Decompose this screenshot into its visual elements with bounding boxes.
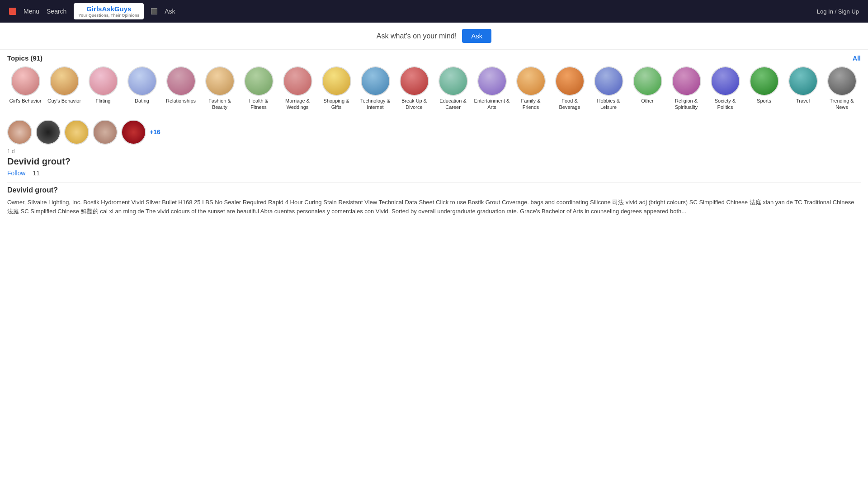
topic-item-society-politics[interactable]: Society & Politics	[707, 66, 743, 111]
search-button[interactable]: Search	[47, 8, 66, 15]
ask-button[interactable]: Ask	[462, 29, 491, 43]
topic-avatar-religion-spirituality	[672, 66, 701, 96]
feed-divider	[7, 182, 861, 183]
ask-checkbox[interactable]	[151, 8, 157, 14]
topic-avatar-fashion-beauty	[205, 66, 235, 96]
user-bubbles: +16	[7, 120, 861, 145]
topic-avatar-dating	[127, 66, 157, 96]
topic-label-education-career: Education & Career	[435, 98, 471, 111]
ask-prompt: Ask what's on your mind!	[377, 32, 457, 40]
topic-item-girls-behavior[interactable]: Girl's Behavior	[7, 66, 43, 111]
topic-label-food-beverage: Food & Beverage	[552, 98, 588, 111]
topics-title: Topics (91)	[7, 54, 42, 62]
header: Menu Search GirlsAskGuys Your Questions,…	[0, 0, 868, 23]
logo-icon	[9, 8, 16, 15]
topic-item-family-friends[interactable]: Family & Friends	[513, 66, 549, 111]
topic-item-shopping-gifts[interactable]: Shopping & Gifts	[318, 66, 354, 111]
topic-item-entertainment-arts[interactable]: Entertainment & Arts	[474, 66, 510, 111]
topic-label-girls-behavior: Girl's Behavior	[9, 98, 41, 104]
topic-avatar-education-career	[439, 66, 468, 96]
topic-item-other[interactable]: Other	[629, 66, 665, 111]
topic-label-trending-news: Trending & News	[824, 98, 860, 111]
brand-name: GirlsAskGuys	[78, 5, 139, 13]
topic-item-fashion-beauty[interactable]: Fashion & Beauty	[202, 66, 238, 111]
topic-avatar-travel	[788, 66, 818, 96]
topic-avatar-hobbies-leisure	[594, 66, 623, 96]
topic-label-hobbies-leisure: Hobbies & Leisure	[590, 98, 627, 111]
topic-item-dating[interactable]: Dating	[124, 66, 160, 111]
topic-item-trending-news[interactable]: Trending & News	[824, 66, 860, 111]
topics-grid: Girl's BehaviorGuy's BehaviorFlirtingDat…	[7, 66, 861, 111]
topics-section: Topics (91) All Girl's BehaviorGuy's Beh…	[0, 50, 868, 115]
feed-time: 1 d	[7, 148, 861, 155]
feed-question-title[interactable]: Devivid grout?	[7, 156, 861, 167]
topic-avatar-flirting	[89, 66, 118, 96]
topic-item-sports[interactable]: Sports	[746, 66, 782, 111]
vote-count: 11	[33, 169, 40, 177]
topic-item-breakup-divorce[interactable]: Break Up & Divorce	[396, 66, 432, 111]
topic-label-marriage-weddings: Marriage & Weddings	[279, 98, 316, 111]
user-bubble-u3[interactable]	[64, 120, 89, 145]
brand-tagline: Your Questions, Their Opinions	[78, 13, 139, 18]
topic-label-other: Other	[641, 98, 654, 104]
user-bubble-u2[interactable]	[36, 120, 61, 145]
topic-label-relationships: Relationships	[166, 98, 196, 104]
ask-bar: Ask what's on your mind! Ask	[0, 23, 868, 50]
topic-avatar-sports	[750, 66, 779, 96]
topic-avatar-other	[633, 66, 662, 96]
all-topics-link[interactable]: All	[853, 55, 861, 62]
topic-label-family-friends: Family & Friends	[513, 98, 549, 111]
ask-label: Ask	[165, 8, 175, 15]
user-bubble-u1[interactable]	[7, 120, 32, 145]
topic-avatar-food-beverage	[555, 66, 585, 96]
topic-item-food-beverage[interactable]: Food & Beverage	[552, 66, 588, 111]
feed-body: Owner, Silvaire Lighting, Inc. Bostik Hy…	[7, 198, 861, 217]
topic-label-health-fitness: Health & Fitness	[241, 98, 277, 111]
topic-avatar-relationships	[166, 66, 196, 96]
topics-header: Topics (91) All	[7, 54, 861, 62]
feed-section: +16 1 d Devivid grout? Follow 11 Devivid…	[0, 115, 868, 221]
topic-label-breakup-divorce: Break Up & Divorce	[396, 98, 432, 111]
more-users-badge[interactable]: +16	[150, 128, 160, 136]
topic-label-flirting: Flirting	[95, 98, 110, 104]
topic-item-guys-behavior[interactable]: Guy's Behavior	[46, 66, 82, 111]
topic-avatar-entertainment-arts	[477, 66, 507, 96]
topic-item-relationships[interactable]: Relationships	[163, 66, 199, 111]
topic-item-hobbies-leisure[interactable]: Hobbies & Leisure	[590, 66, 627, 111]
topic-avatar-family-friends	[516, 66, 546, 96]
topic-avatar-girls-behavior	[11, 66, 40, 96]
topic-item-travel[interactable]: Travel	[785, 66, 821, 111]
topic-avatar-trending-news	[827, 66, 857, 96]
topic-label-shopping-gifts: Shopping & Gifts	[318, 98, 354, 111]
topic-avatar-breakup-divorce	[400, 66, 429, 96]
question-title: Devivid grout?	[7, 186, 861, 194]
topic-avatar-technology-internet	[361, 66, 390, 96]
topic-item-health-fitness[interactable]: Health & Fitness	[241, 66, 277, 111]
user-bubble-u4[interactable]	[93, 120, 118, 145]
topic-avatar-guys-behavior	[50, 66, 79, 96]
topic-avatar-society-politics	[711, 66, 740, 96]
topic-label-religion-spirituality: Religion & Spirituality	[668, 98, 704, 111]
topic-label-society-politics: Society & Politics	[707, 98, 743, 111]
topic-item-education-career[interactable]: Education & Career	[435, 66, 471, 111]
topic-item-technology-internet[interactable]: Technology & Internet	[357, 66, 393, 111]
topic-label-fashion-beauty: Fashion & Beauty	[202, 98, 238, 111]
feed-actions: Follow 11	[7, 169, 861, 177]
topic-item-marriage-weddings[interactable]: Marriage & Weddings	[279, 66, 316, 111]
topic-label-guys-behavior: Guy's Behavior	[47, 98, 81, 104]
logo-area	[9, 8, 16, 15]
topic-label-travel: Travel	[796, 98, 810, 104]
topic-avatar-shopping-gifts	[322, 66, 351, 96]
topic-label-technology-internet: Technology & Internet	[357, 98, 393, 111]
user-bubble-u5[interactable]	[121, 120, 146, 145]
topic-avatar-health-fitness	[244, 66, 274, 96]
topic-item-religion-spirituality[interactable]: Religion & Spirituality	[668, 66, 704, 111]
brand-logo: GirlsAskGuys Your Questions, Their Opini…	[74, 3, 144, 20]
topic-avatar-marriage-weddings	[283, 66, 312, 96]
topic-label-dating: Dating	[135, 98, 149, 104]
follow-button[interactable]: Follow	[7, 169, 25, 177]
login-link[interactable]: Log In / Sign Up	[817, 8, 859, 15]
menu-button[interactable]: Menu	[24, 8, 39, 15]
topic-item-flirting[interactable]: Flirting	[85, 66, 121, 111]
topic-label-sports: Sports	[757, 98, 771, 104]
